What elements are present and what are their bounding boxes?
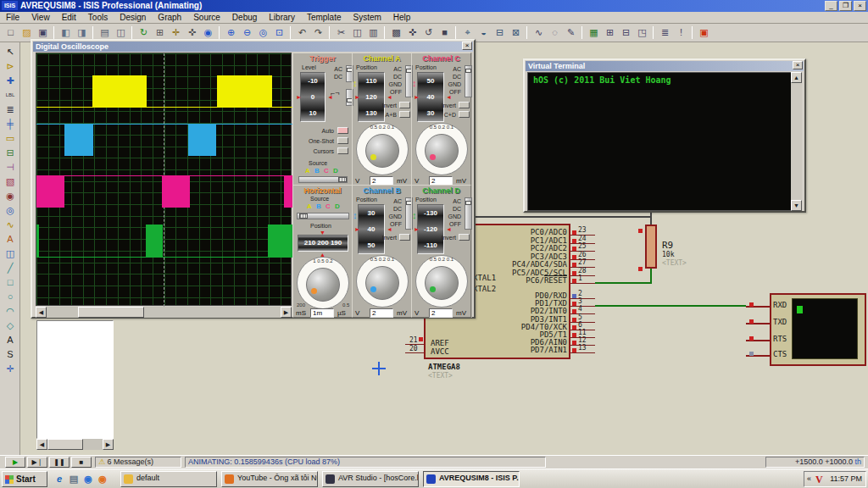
task-button-1[interactable]: default xyxy=(120,471,217,487)
firefox-icon[interactable]: ◉ xyxy=(96,473,109,486)
oscilloscope-window[interactable]: Digital Oscilloscope × ◀ ▶ TriggerLevel-… xyxy=(31,39,476,319)
vertical-sensitivity-knob[interactable]: 0.5 0.2 0.1 xyxy=(356,123,409,175)
oscilloscope-close-icon[interactable]: × xyxy=(462,42,472,50)
chip-pin-stub[interactable] xyxy=(570,298,595,299)
chip-pin-stub[interactable] xyxy=(570,322,595,323)
step-button[interactable]: ▶❘ xyxy=(27,457,47,468)
coupling-slider-thumb[interactable] xyxy=(465,69,471,73)
scale-corner-right: 0.5 xyxy=(342,302,349,308)
auto-button[interactable] xyxy=(337,127,348,134)
invert-button[interactable] xyxy=(399,234,410,241)
resistor-r9-body[interactable] xyxy=(645,225,657,269)
oscilloscope-titlebar[interactable]: Digital Oscilloscope xyxy=(33,42,473,52)
value-box[interactable]: 1m xyxy=(310,308,334,318)
play-button[interactable]: ▶ xyxy=(5,457,25,468)
chip-pin-stub[interactable] xyxy=(570,306,595,307)
object-selector[interactable] xyxy=(36,320,114,439)
dial-scale-labels: 0.5 0.2 0.1 xyxy=(415,125,468,130)
unit-left-label: mS xyxy=(296,309,306,317)
one-shot-button[interactable] xyxy=(337,137,348,144)
virtual-terminal-window[interactable]: Virtual Terminal × hOS (c) 2011 Bui Viet… xyxy=(523,58,806,213)
unit-left-label: V xyxy=(355,309,359,317)
coupling-slider-thumb[interactable] xyxy=(465,201,471,205)
pin-state-indicator xyxy=(749,302,754,307)
trigger-source-slider[interactable] xyxy=(298,176,348,183)
invert-button[interactable] xyxy=(459,102,470,108)
start-button[interactable]: Start xyxy=(2,471,47,487)
chip-ref-label[interactable]: ATMEGA8 xyxy=(428,363,460,371)
level-display: -10010 xyxy=(300,72,326,122)
internet-explorer-icon[interactable]: e xyxy=(53,473,66,486)
objsel-scroll-thumb[interactable] xyxy=(47,439,83,450)
position-value: 30 xyxy=(359,205,384,221)
task-button-2[interactable]: YouTube - Ông xã tôi Nu... xyxy=(221,471,318,487)
vt-scroll-up-icon[interactable]: ▲ xyxy=(791,72,802,83)
chip-pin-stub[interactable] xyxy=(570,313,595,314)
r9-ref-label[interactable]: R9 xyxy=(662,240,673,251)
virtual-terminal-titlebar[interactable]: Virtual Terminal xyxy=(526,61,804,71)
trace-D-baseline xyxy=(36,257,292,258)
section-title: Horizontal xyxy=(293,186,352,195)
virtual-terminal-close-icon[interactable]: × xyxy=(793,61,803,69)
virtual-terminal-vscrollbar[interactable]: ▲ ▼ xyxy=(791,72,802,211)
scope-scroll-right-icon[interactable]: ▶ xyxy=(281,307,292,318)
vcc-rail-wire[interactable] xyxy=(471,216,651,218)
clock: 11:57 PM xyxy=(830,474,862,483)
edge-select-icon: ⌐¬ xyxy=(331,89,340,97)
object-selector-hscrollbar[interactable]: ◀ ▶ xyxy=(36,439,114,450)
dial-knob[interactable] xyxy=(365,266,399,300)
position-arrow-left: ► xyxy=(414,94,420,100)
task-button-4[interactable]: AVREQUSIM8 - ISIS P... xyxy=(423,471,520,487)
source-label: Source xyxy=(310,196,329,202)
messages-panel[interactable]: ⚠ 6 Message(s) xyxy=(95,457,181,468)
system-tray: « V 11:57 PM xyxy=(804,471,866,487)
invert-button[interactable] xyxy=(399,102,410,108)
trigger-source-thumb[interactable] xyxy=(338,177,347,182)
position-label: Position xyxy=(415,64,437,70)
chip-pin-stub[interactable] xyxy=(570,283,595,284)
level-value: -10 xyxy=(301,73,325,89)
chip-pin-stub[interactable] xyxy=(405,352,424,353)
vertical-sensitivity-knob[interactable]: 0.5 0.2 0.1 xyxy=(356,255,409,308)
antivirus-tray-icon[interactable]: V xyxy=(815,474,823,486)
media-player-icon[interactable]: ◉ xyxy=(81,473,95,486)
show-desktop-icon[interactable]: ▤ xyxy=(67,473,81,486)
objsel-scroll-right-icon[interactable]: ▶ xyxy=(103,439,114,450)
dial-knob[interactable] xyxy=(306,268,340,302)
messages-count: 6 Message(s) xyxy=(108,458,154,466)
scope-scroll-thumb[interactable] xyxy=(78,307,144,318)
vt-scroll-down-icon[interactable]: ▼ xyxy=(791,200,802,211)
objsel-scroll-left-icon[interactable]: ◀ xyxy=(36,439,47,450)
task-button-3[interactable]: AVR Studio - [hosCore.h] xyxy=(322,471,419,487)
coupling-slider[interactable] xyxy=(465,197,472,230)
scope-hscrollbar[interactable]: ◀ ▶ xyxy=(36,307,292,318)
chip-pin-stub[interactable] xyxy=(570,275,595,276)
r9-value-label[interactable]: 10k xyxy=(662,251,674,258)
invert-button[interactable] xyxy=(459,234,470,241)
dial-knob[interactable] xyxy=(425,266,459,300)
horizontal-source-slider[interactable] xyxy=(297,213,349,219)
chip-pin-stub[interactable] xyxy=(570,352,595,353)
scope-scroll-left-icon[interactable]: ◀ xyxy=(36,307,47,318)
coupling-slider[interactable] xyxy=(465,65,472,97)
value-box[interactable]: 2 xyxy=(429,308,453,318)
cplusd-button[interactable] xyxy=(459,111,470,118)
vertical-sensitivity-knob[interactable]: 1 0.5 0.2 xyxy=(297,257,349,309)
value-box[interactable]: 2 xyxy=(370,308,393,318)
aplusb-button[interactable] xyxy=(399,111,410,118)
tray-chevron-icon[interactable]: « xyxy=(807,474,811,483)
vertical-sensitivity-knob[interactable]: 0.5 0.2 0.1 xyxy=(415,255,468,308)
trace-D-pulse xyxy=(268,225,292,257)
txd-wire[interactable] xyxy=(595,305,746,307)
vertical-sensitivity-knob[interactable]: 0.5 0.2 0.1 xyxy=(415,123,468,175)
cursors-button[interactable] xyxy=(337,147,348,154)
channel-updown-icon: ↕ xyxy=(353,79,358,88)
trigger-dc-label: DC xyxy=(324,73,342,80)
dial-knob[interactable] xyxy=(365,134,399,168)
pause-button[interactable]: ❚❚ xyxy=(49,457,70,468)
dial-knob[interactable] xyxy=(425,134,459,168)
stop-button[interactable]: ■ xyxy=(71,457,92,468)
reset-wire-horizontal[interactable] xyxy=(595,282,651,284)
r9-bottom-node xyxy=(638,267,643,271)
horizontal-source-thumb[interactable] xyxy=(299,214,308,219)
